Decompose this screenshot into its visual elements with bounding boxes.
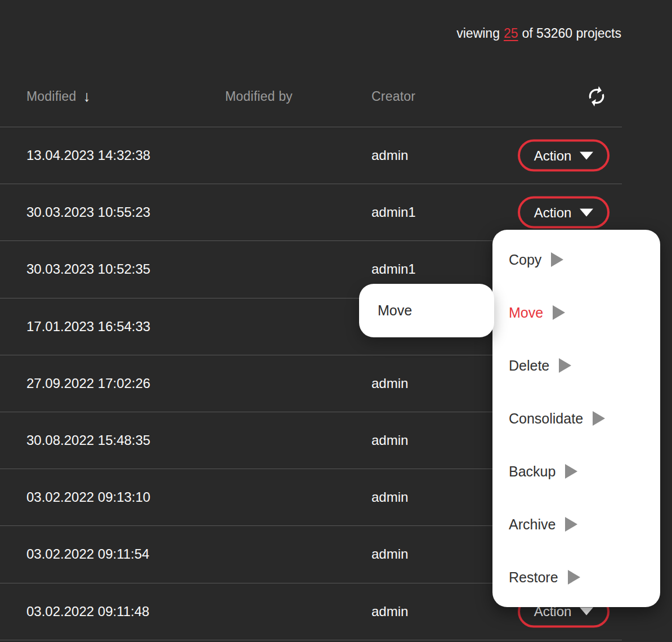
column-header-creator[interactable]: Creator: [371, 89, 415, 104]
creator-cell: admin: [371, 148, 408, 163]
submenu-label: Move: [378, 302, 412, 319]
table-row-partial: [0, 640, 622, 642]
viewing-suffix: of 53260 projects: [522, 26, 621, 41]
refresh-button[interactable]: [585, 84, 608, 108]
action-dropdown-menu: Copy Move Delete Consolidate Backup Arch…: [492, 230, 660, 607]
menu-item-consolidate[interactable]: Consolidate: [492, 392, 660, 445]
viewing-prefix: viewing: [456, 26, 500, 41]
submenu-arrow-icon: [593, 411, 605, 426]
menu-item-restore[interactable]: Restore: [492, 551, 660, 604]
submenu-arrow-icon: [565, 464, 577, 479]
chevron-down-icon: [580, 608, 593, 616]
creator-cell: admin1: [371, 204, 416, 220]
menu-item-archive[interactable]: Archive: [492, 498, 660, 551]
projects-page: viewing 25 of 53260 projects Modified ↓ …: [0, 0, 672, 642]
submenu-arrow-icon: [565, 517, 577, 532]
creator-cell: admin: [371, 489, 408, 505]
creator-cell: admin: [371, 433, 408, 448]
action-button-open[interactable]: Action: [518, 197, 610, 229]
creator-cell: admin: [371, 604, 408, 619]
modified-cell: 17.01.2023 16:54:33: [26, 319, 150, 335]
modified-cell: 03.02.2022 09:11:54: [26, 546, 149, 562]
column-header-modified-by[interactable]: Modified by: [225, 89, 293, 104]
creator-cell: admin: [371, 546, 408, 562]
creator-cell: admin1: [371, 261, 416, 277]
sort-descending-icon[interactable]: ↓: [83, 89, 91, 104]
move-submenu-popup[interactable]: Move: [359, 284, 494, 337]
modified-cell: 30.08.2022 15:48:35: [26, 433, 150, 448]
creator-cell: admin: [371, 376, 408, 391]
modified-cell: 30.03.2023 10:52:35: [26, 261, 150, 277]
menu-item-copy[interactable]: Copy: [492, 233, 660, 286]
viewing-count-link[interactable]: 25: [504, 26, 518, 41]
viewing-summary: viewing 25 of 53260 projects: [456, 26, 621, 41]
submenu-arrow-icon: [559, 358, 571, 373]
chevron-down-icon: [580, 208, 593, 216]
table-row: 13.04.2023 14:32:38 admin Action: [0, 127, 622, 184]
menu-item-move[interactable]: Move: [492, 286, 660, 339]
submenu-arrow-icon: [568, 570, 580, 585]
action-button[interactable]: Action: [518, 140, 610, 172]
menu-item-delete[interactable]: Delete: [492, 339, 660, 392]
column-header-modified[interactable]: Modified ↓: [26, 89, 91, 104]
modified-cell: 27.09.2022 17:02:26: [26, 376, 150, 391]
submenu-arrow-icon: [551, 252, 563, 267]
submenu-arrow-icon: [553, 305, 565, 320]
modified-cell: 03.02.2022 09:13:10: [26, 489, 150, 505]
modified-cell: 03.02.2022 09:11:48: [26, 604, 149, 619]
modified-cell: 30.03.2023 10:55:23: [26, 204, 150, 220]
menu-item-backup[interactable]: Backup: [492, 445, 660, 498]
modified-cell: 13.04.2023 14:32:38: [26, 148, 150, 163]
chevron-down-icon: [580, 151, 593, 159]
refresh-icon: [585, 85, 608, 108]
table-header: Modified ↓ Modified by Creator: [0, 66, 622, 127]
